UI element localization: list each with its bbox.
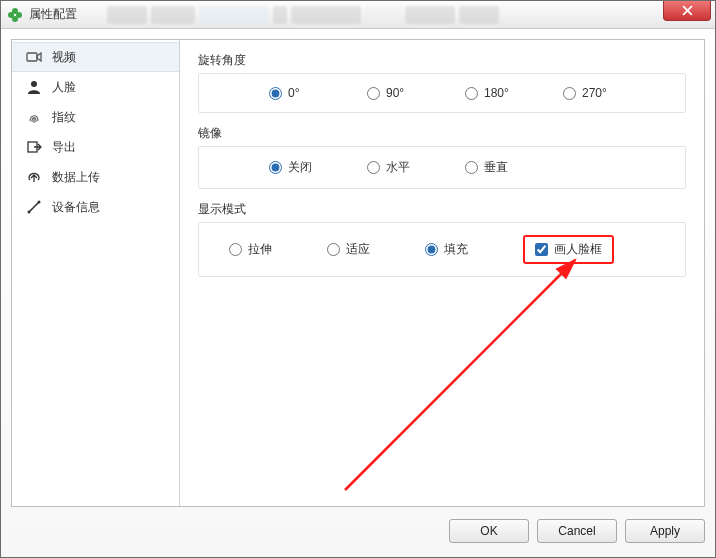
radio-label: 90° [386,86,404,100]
person-icon [26,79,42,95]
sidebar-item-upload[interactable]: 数据上传 [12,162,179,192]
radio-label: 垂直 [484,159,508,176]
group-box-mirror: 关闭 水平 垂直 [198,146,686,189]
radio-label: 适应 [346,241,370,258]
group-display: 显示模式 拉伸 适应 填充 画人脸框 [198,201,686,277]
radio-mirror-vertical[interactable]: 垂直 [465,159,563,176]
checkbox-input[interactable] [535,243,548,256]
sidebar: 视频 人脸 指纹 导出 数据上传 [12,40,180,506]
radio-rotation-90[interactable]: 90° [367,86,465,100]
upload-icon [26,169,42,185]
sidebar-item-export[interactable]: 导出 [12,132,179,162]
checkbox-face-box[interactable]: 画人脸框 [523,235,614,264]
sidebar-item-fingerprint[interactable]: 指纹 [12,102,179,132]
radio-input[interactable] [367,161,380,174]
radio-input[interactable] [465,161,478,174]
radio-rotation-270[interactable]: 270° [563,86,661,100]
titlebar: 属性配置 [1,1,715,29]
group-label-rotation: 旋转角度 [198,52,686,73]
close-icon [682,5,693,16]
radio-label: 关闭 [288,159,312,176]
radio-label: 270° [582,86,607,100]
group-mirror: 镜像 关闭 水平 垂直 [198,125,686,189]
sidebar-item-label: 人脸 [52,79,76,96]
cancel-button[interactable]: Cancel [537,519,617,543]
ok-button[interactable]: OK [449,519,529,543]
radio-label: 180° [484,86,509,100]
radio-input[interactable] [269,87,282,100]
radio-mirror-horizontal[interactable]: 水平 [367,159,465,176]
sidebar-item-label: 设备信息 [52,199,100,216]
sidebar-item-label: 数据上传 [52,169,100,186]
radio-label: 拉伸 [248,241,272,258]
radio-label: 0° [288,86,299,100]
sidebar-item-label: 导出 [52,139,76,156]
export-icon [26,139,42,155]
radio-input[interactable] [229,243,242,256]
radio-display-stretch[interactable]: 拉伸 [229,241,327,258]
close-button[interactable] [663,1,711,21]
group-box-rotation: 0° 90° 180° 270° [198,73,686,113]
radio-input[interactable] [465,87,478,100]
fingerprint-icon [26,109,42,125]
radio-input[interactable] [367,87,380,100]
group-label-display: 显示模式 [198,201,686,222]
radio-rotation-180[interactable]: 180° [465,86,563,100]
window-title: 属性配置 [29,6,77,23]
radio-rotation-0[interactable]: 0° [269,86,367,100]
radio-label: 水平 [386,159,410,176]
radio-input[interactable] [327,243,340,256]
svg-point-7 [28,211,31,214]
svg-point-5 [31,81,37,87]
radio-display-fit[interactable]: 适应 [327,241,425,258]
main-panel: 视频 人脸 指纹 导出 数据上传 [11,39,705,507]
svg-point-8 [38,201,41,204]
radio-display-fill[interactable]: 填充 [425,241,523,258]
svg-point-3 [16,12,22,18]
apply-button[interactable]: Apply [625,519,705,543]
background-blur [107,6,499,24]
radio-input[interactable] [425,243,438,256]
sidebar-item-label: 指纹 [52,109,76,126]
svg-rect-4 [27,53,37,61]
radio-mirror-off[interactable]: 关闭 [269,159,367,176]
radio-input[interactable] [269,161,282,174]
radio-label: 填充 [444,241,468,258]
app-icon [7,7,23,23]
svg-point-2 [8,12,14,18]
dialog-window: 属性配置 视频 人脸 指纹 [0,0,716,558]
dialog-body: 视频 人脸 指纹 导出 数据上传 [1,29,715,557]
group-label-mirror: 镜像 [198,125,686,146]
group-rotation: 旋转角度 0° 90° 180° 270° [198,52,686,113]
content-area: 旋转角度 0° 90° 180° 270° 镜像 关闭 水平 [180,40,704,301]
sidebar-item-label: 视频 [52,49,76,66]
radio-input[interactable] [563,87,576,100]
sidebar-item-face[interactable]: 人脸 [12,72,179,102]
sidebar-item-device[interactable]: 设备信息 [12,192,179,222]
checkbox-label: 画人脸框 [554,241,602,258]
group-box-display: 拉伸 适应 填充 画人脸框 [198,222,686,277]
tools-icon [26,199,42,215]
sidebar-item-video[interactable]: 视频 [12,42,179,72]
button-footer: OK Cancel Apply [11,507,705,547]
camera-icon [26,49,42,65]
